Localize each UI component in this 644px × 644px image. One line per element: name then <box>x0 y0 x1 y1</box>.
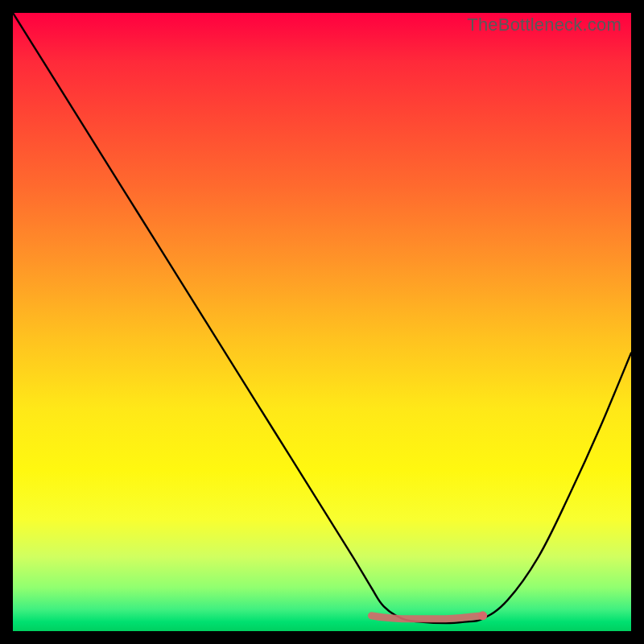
curve-layer <box>13 13 631 631</box>
highlight-band <box>371 616 482 619</box>
plot-area: TheBottleneck.com <box>13 13 631 631</box>
chart-frame: TheBottleneck.com <box>0 0 644 644</box>
highlight-end-dot <box>478 611 487 620</box>
bottleneck-curve <box>13 13 631 623</box>
